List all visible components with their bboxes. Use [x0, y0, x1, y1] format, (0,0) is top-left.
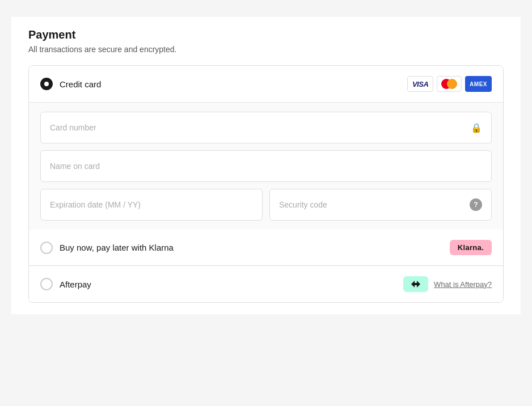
expiration-input[interactable] — [50, 189, 253, 220]
afterpay-label: Afterpay — [60, 280, 403, 289]
credit-card-radio[interactable] — [40, 78, 53, 90]
security-code-field[interactable]: ? — [269, 189, 492, 221]
klarna-label: Buy now, pay later with Klarna — [60, 243, 450, 252]
afterpay-radio[interactable] — [40, 278, 53, 290]
expiry-security-row: ? — [40, 189, 492, 221]
afterpay-link[interactable]: What is Afterpay? — [434, 280, 492, 289]
security-code-input[interactable] — [279, 189, 470, 220]
afterpay-section: What is Afterpay? — [403, 276, 492, 292]
visa-logo: VISA — [407, 76, 433, 92]
payment-title: Payment — [28, 28, 504, 41]
klarna-radio[interactable] — [40, 242, 53, 254]
afterpay-option[interactable]: Afterpay What is Afterpay? — [29, 265, 503, 302]
payment-section: Payment All transactions are secure and … — [11, 17, 521, 314]
card-number-input[interactable] — [50, 112, 471, 143]
expiration-field[interactable] — [40, 189, 263, 221]
lock-icon: 🔒 — [471, 122, 482, 133]
card-logos: VISA AMEX — [407, 76, 492, 92]
afterpay-logo — [403, 276, 428, 292]
mc-circle-right — [447, 79, 457, 89]
payment-subtitle: All transactions are secure and encrypte… — [28, 45, 504, 54]
security-code-help-icon[interactable]: ? — [470, 198, 482, 211]
credit-card-fields: 🔒 ? — [29, 102, 503, 230]
mastercard-logo — [437, 76, 462, 92]
credit-card-label: Credit card — [60, 79, 407, 89]
credit-card-option[interactable]: Credit card VISA AMEX — [29, 66, 503, 102]
name-on-card-input[interactable] — [50, 151, 482, 181]
afterpay-logo-svg — [409, 280, 423, 289]
card-number-field[interactable]: 🔒 — [40, 112, 492, 143]
payment-options-container: Credit card VISA AMEX 🔒 — [28, 65, 504, 303]
amex-logo: AMEX — [465, 76, 492, 92]
klarna-badge: Klarna. — [450, 240, 492, 255]
klarna-option[interactable]: Buy now, pay later with Klarna Klarna. — [29, 230, 503, 265]
name-on-card-field[interactable] — [40, 150, 492, 182]
